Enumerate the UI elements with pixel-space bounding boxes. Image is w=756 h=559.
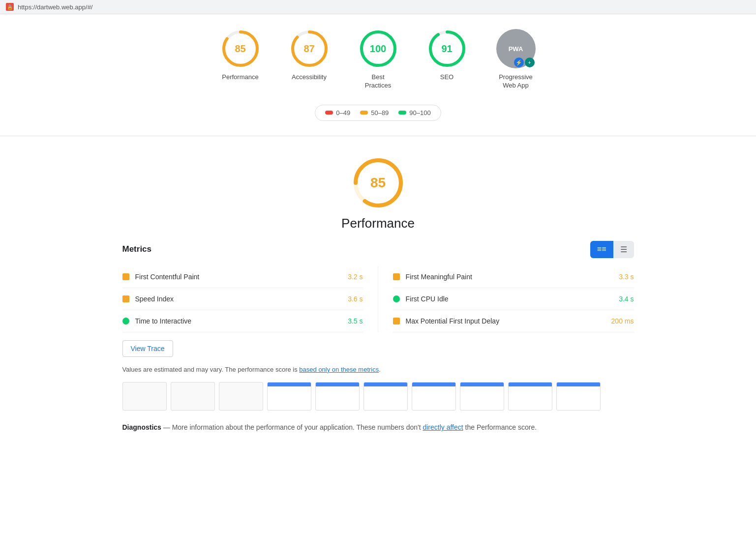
pwa-badge-lightning: ⚡ bbox=[514, 58, 524, 67]
metric-icon-tti bbox=[122, 318, 129, 324]
accessibility-circle: 87 bbox=[290, 29, 329, 68]
pwa-badges: ⚡ + bbox=[514, 58, 535, 67]
seo-label: SEO bbox=[440, 73, 454, 82]
metric-name-fci: First CPU Idle bbox=[406, 295, 619, 303]
thumbnail-10 bbox=[556, 382, 601, 411]
thumbnail-5 bbox=[315, 382, 360, 411]
metric-icon-mpfid bbox=[393, 318, 400, 324]
note-prefix: Values are estimated and may vary. The p… bbox=[122, 366, 300, 373]
metric-row-tti: Time to Interactive 3.5 s bbox=[122, 310, 363, 332]
metric-icon-fmp bbox=[393, 273, 400, 280]
pwa-text: PWA bbox=[509, 45, 523, 53]
big-performance-circle: 85 bbox=[351, 156, 405, 210]
metric-value-mpfid: 200 ms bbox=[611, 317, 634, 325]
metrics-left-column: First Contentful Paint 3.2 s Speed Index… bbox=[122, 266, 378, 332]
note-end: . bbox=[379, 366, 381, 373]
thumbnail-6 bbox=[363, 382, 408, 411]
big-score-label: Performance bbox=[341, 216, 415, 231]
accessibility-score: 87 bbox=[303, 43, 314, 55]
thumbnail-2 bbox=[171, 382, 215, 411]
metric-name-si: Speed Index bbox=[135, 295, 348, 303]
address-bar: 🔒 https://dartweb.web.app/#/ bbox=[0, 0, 756, 14]
metric-value-tti: 3.5 s bbox=[348, 317, 363, 325]
thumbnail-7 bbox=[412, 382, 456, 411]
diagnostics-section: Diagnostics — More information about the… bbox=[122, 422, 634, 433]
pwa-label: ProgressiveWeb App bbox=[499, 73, 533, 90]
metric-icon-fci bbox=[393, 295, 400, 302]
metrics-header: Metrics ≡≡ ☰ bbox=[122, 241, 634, 258]
metric-name-fmp: First Meaningful Paint bbox=[406, 273, 619, 281]
score-card-performance[interactable]: 85 Performance bbox=[211, 29, 270, 82]
scores-section: 85 Performance 87 Accessibility 100 Best… bbox=[0, 14, 756, 100]
note-link[interactable]: based only on these metrics bbox=[299, 366, 379, 373]
metric-row-fcp: First Contentful Paint 3.2 s bbox=[122, 266, 363, 288]
diagnostics-text: — More information about the performance… bbox=[161, 423, 423, 431]
thumbnail-3 bbox=[219, 382, 263, 411]
toggle-grid-button[interactable]: ≡≡ bbox=[590, 241, 613, 258]
accessibility-label: Accessibility bbox=[292, 73, 327, 82]
metric-name-mpfid: Max Potential First Input Delay bbox=[406, 317, 611, 325]
toggle-list-button[interactable]: ☰ bbox=[613, 241, 634, 258]
section-divider bbox=[0, 136, 756, 136]
metric-row-fci: First CPU Idle 3.4 s bbox=[393, 288, 634, 310]
pwa-badge-plus: + bbox=[525, 58, 535, 67]
thumbnails-strip bbox=[122, 382, 634, 411]
big-score-number: 85 bbox=[370, 175, 386, 191]
legend-orange-dot bbox=[360, 111, 368, 115]
metric-value-fcp: 3.2 s bbox=[348, 273, 363, 281]
metrics-note: Values are estimated and may vary. The p… bbox=[122, 365, 634, 375]
legend-green: 90–100 bbox=[398, 109, 430, 117]
performance-circle: 85 bbox=[221, 29, 260, 68]
performance-score: 85 bbox=[235, 43, 245, 55]
best-practices-circle: 100 bbox=[359, 29, 398, 68]
diagnostics-link[interactable]: directly affect bbox=[423, 423, 463, 431]
metrics-grid: First Contentful Paint 3.2 s Speed Index… bbox=[122, 266, 634, 332]
thumbnail-1 bbox=[122, 382, 167, 411]
view-toggle[interactable]: ≡≡ ☰ bbox=[590, 241, 634, 258]
metric-value-si: 3.6 s bbox=[348, 295, 363, 303]
metrics-title: Metrics bbox=[122, 244, 152, 254]
big-score: 85 Performance bbox=[122, 156, 634, 231]
score-card-seo[interactable]: 91 SEO bbox=[418, 29, 477, 82]
legend-red: 0–49 bbox=[325, 109, 350, 117]
view-trace-button[interactable]: View Trace bbox=[122, 340, 173, 357]
legend-green-dot bbox=[398, 111, 406, 115]
metric-row-fmp: First Meaningful Paint 3.3 s bbox=[393, 266, 634, 288]
legend-orange-label: 50–89 bbox=[371, 109, 389, 117]
legend: 0–49 50–89 90–100 bbox=[315, 105, 441, 121]
legend-green-label: 90–100 bbox=[409, 109, 430, 117]
url-text: https://dartweb.web.app/#/ bbox=[18, 3, 92, 11]
legend-orange: 50–89 bbox=[360, 109, 389, 117]
metric-value-fmp: 3.3 s bbox=[619, 273, 634, 281]
metric-icon-si bbox=[122, 295, 129, 302]
legend-red-label: 0–49 bbox=[336, 109, 350, 117]
seo-circle: 91 bbox=[427, 29, 467, 68]
metric-row-mpfid: Max Potential First Input Delay 200 ms bbox=[393, 310, 634, 332]
metric-name-fcp: First Contentful Paint bbox=[135, 273, 348, 281]
diagnostics-suffix: the Performance score. bbox=[463, 423, 537, 431]
metric-value-fci: 3.4 s bbox=[619, 295, 634, 303]
thumbnail-9 bbox=[508, 382, 552, 411]
score-card-pwa[interactable]: PWA ⚡ + ProgressiveWeb App bbox=[486, 29, 545, 90]
score-card-best-practices[interactable]: 100 BestPractices bbox=[349, 29, 408, 90]
metric-name-tti: Time to Interactive bbox=[135, 317, 348, 325]
best-practices-score: 100 bbox=[370, 43, 386, 55]
legend-container: 0–49 50–89 90–100 bbox=[0, 100, 756, 131]
diagnostics-title: Diagnostics bbox=[122, 423, 161, 431]
pwa-circle: PWA ⚡ + bbox=[496, 29, 536, 68]
metrics-right-column: First Meaningful Paint 3.3 s First CPU I… bbox=[378, 266, 634, 332]
thumbnail-4 bbox=[267, 382, 311, 411]
thumbnail-8 bbox=[460, 382, 504, 411]
favicon-icon: 🔒 bbox=[6, 3, 14, 11]
best-practices-label: BestPractices bbox=[365, 73, 391, 90]
metric-icon-fcp bbox=[122, 273, 129, 280]
performance-label: Performance bbox=[222, 73, 258, 82]
main-section: 85 Performance Metrics ≡≡ ☰ First Conten… bbox=[83, 141, 673, 448]
seo-score: 91 bbox=[441, 43, 452, 55]
legend-red-dot bbox=[325, 111, 333, 115]
score-card-accessibility[interactable]: 87 Accessibility bbox=[280, 29, 339, 82]
metric-row-si: Speed Index 3.6 s bbox=[122, 288, 363, 310]
